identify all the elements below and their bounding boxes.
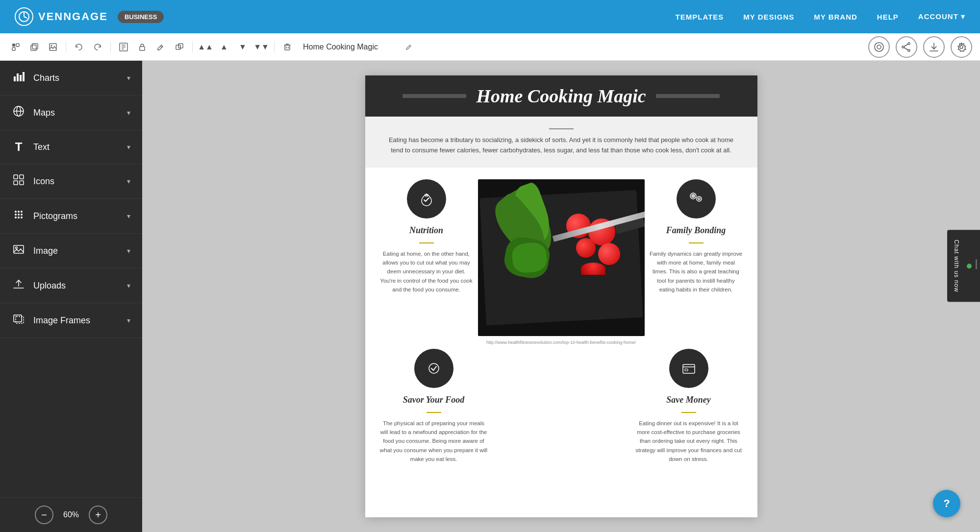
image-chevron: ▾	[127, 247, 130, 255]
image-frames-chevron: ▾	[127, 316, 130, 324]
save-money-icon-circle	[669, 349, 708, 388]
svg-point-46	[18, 214, 20, 216]
svg-point-21	[875, 43, 883, 51]
svg-point-52	[16, 247, 18, 249]
nav-account[interactable]: ACCOUNT ▾	[918, 12, 965, 21]
svg-point-9	[51, 45, 52, 46]
svg-rect-39	[20, 175, 24, 179]
pictograms-icon	[12, 209, 25, 223]
nav-links: TEMPLATES MY DESIGNS MY BRAND HELP ACCOU…	[676, 12, 965, 21]
toolbar-btn-duplicate[interactable]	[172, 39, 187, 55]
charts-chevron: ▾	[127, 74, 130, 82]
sidebar-item-maps-left: Maps	[12, 105, 55, 120]
toolbar-btn-bring-front[interactable]: ▲▲	[198, 39, 213, 55]
share-button[interactable]	[896, 36, 917, 58]
sidebar-item-charts[interactable]: Charts ▾	[0, 61, 142, 96]
svg-point-58	[692, 194, 695, 197]
save-money-title: Save Money	[666, 395, 710, 405]
nav-templates[interactable]: TEMPLATES	[676, 13, 724, 21]
infographic: Home Cooking Magic Eating has become a t…	[365, 75, 757, 517]
brand-name: VENNGAGE	[38, 10, 108, 23]
svg-point-42	[15, 211, 17, 213]
main-area: Charts ▾ Maps ▾ T Text ▾	[0, 61, 980, 532]
svg-point-59	[693, 195, 694, 196]
svg-rect-8	[50, 44, 56, 50]
header-bar-left	[402, 94, 466, 98]
svg-rect-55	[14, 315, 22, 322]
nutrition-divider	[419, 242, 434, 243]
toolbar-btn-back[interactable]	[8, 39, 24, 55]
svg-point-50	[21, 217, 23, 218]
sidebar-item-pictograms-left: Pictograms	[12, 209, 77, 223]
title-area	[303, 43, 413, 51]
sidebar-item-text[interactable]: T Text ▾	[0, 130, 142, 164]
nav-my-designs[interactable]: MY DESIGNS	[743, 13, 794, 21]
document-title-input[interactable]	[303, 43, 401, 51]
svg-line-2	[24, 17, 27, 18]
sidebar-item-image-frames[interactable]: Image Frames ▾	[0, 303, 142, 338]
maps-chevron: ▾	[127, 109, 130, 117]
savor-food-title: Savor Your Food	[403, 395, 465, 405]
svg-point-60	[697, 196, 702, 201]
chat-online-dot	[967, 264, 972, 268]
header-bar-right	[656, 94, 720, 98]
sidebar-item-uploads[interactable]: Uploads ▾	[0, 268, 142, 303]
svg-rect-40	[14, 181, 18, 185]
toolbar-btn-edit[interactable]	[153, 39, 169, 55]
svg-point-57	[690, 193, 696, 199]
help-button[interactable]: ?	[933, 490, 960, 517]
settings-button[interactable]	[951, 36, 972, 58]
toolbar-btn-bring-forward[interactable]: ▲	[216, 39, 232, 55]
separator-4	[274, 41, 275, 53]
chat-widget[interactable]: Chat with us now	[947, 230, 980, 302]
nav-help[interactable]: HELP	[877, 13, 899, 21]
sidebar-item-image[interactable]: Image ▾	[0, 234, 142, 268]
sidebar-item-image-left: Image	[12, 243, 58, 258]
icons-icon	[12, 174, 25, 189]
canvas-area[interactable]: Home Cooking Magic Eating has become a t…	[142, 61, 980, 532]
image-frames-label: Image Frames	[33, 315, 90, 326]
toolbar-btn-undo[interactable]	[71, 39, 87, 55]
nav-my-brand[interactable]: MY BRAND	[814, 13, 857, 21]
text-chevron: ▾	[127, 143, 130, 151]
toolbar-btn-send-back[interactable]: ▼▼	[253, 39, 269, 55]
svg-point-47	[21, 214, 23, 216]
download-button[interactable]	[923, 36, 945, 58]
toolbar-btn-lock[interactable]	[134, 39, 150, 55]
sidebar-item-maps[interactable]: Maps ▾	[0, 96, 142, 130]
savor-food-text: The physical act of preparing your meals…	[380, 419, 488, 464]
svg-point-49	[18, 217, 20, 218]
svg-rect-65	[685, 369, 688, 371]
maps-icon	[12, 105, 25, 120]
pictograms-chevron: ▾	[127, 212, 130, 220]
sidebar-item-icons[interactable]: Icons ▾	[0, 164, 142, 199]
preview-button[interactable]	[868, 36, 890, 58]
infographic-header: Home Cooking Magic	[365, 75, 757, 117]
svg-rect-56	[16, 316, 24, 323]
zoom-in-button[interactable]: +	[89, 506, 107, 524]
zoom-level: 60%	[61, 510, 81, 519]
svg-rect-18	[285, 45, 290, 50]
toolbar-btn-align[interactable]	[116, 39, 131, 55]
uploads-chevron: ▾	[127, 282, 130, 290]
sidebar-item-text-left: T Text	[12, 140, 50, 154]
pictograms-label: Pictograms	[33, 211, 77, 221]
top-navigation: VENNGAGE BUSINESS TEMPLATES MY DESIGNS M…	[0, 0, 980, 33]
zoom-out-button[interactable]: −	[35, 506, 53, 524]
maps-label: Maps	[33, 108, 55, 118]
image-frames-icon	[12, 313, 25, 328]
source-url: http://www.healthfitnessrevolution.com/t…	[365, 336, 757, 349]
svg-rect-33	[20, 75, 22, 81]
svg-point-23	[908, 43, 910, 45]
svg-rect-41	[20, 181, 24, 185]
toolbar-btn-copy[interactable]	[26, 39, 42, 55]
intro-section: Eating has become a tributary to sociali…	[365, 117, 757, 168]
brand-logo-icon[interactable]	[15, 7, 33, 26]
svg-rect-34	[23, 72, 25, 81]
toolbar-btn-delete[interactable]	[279, 39, 295, 55]
toolbar-btn-image[interactable]	[45, 39, 61, 55]
sidebar-item-pictograms[interactable]: Pictograms ▾	[0, 199, 142, 234]
toolbar-btn-redo[interactable]	[90, 39, 105, 55]
toolbar-btn-send-backward[interactable]: ▼	[235, 39, 251, 55]
nutrition-title: Nutrition	[409, 225, 443, 236]
